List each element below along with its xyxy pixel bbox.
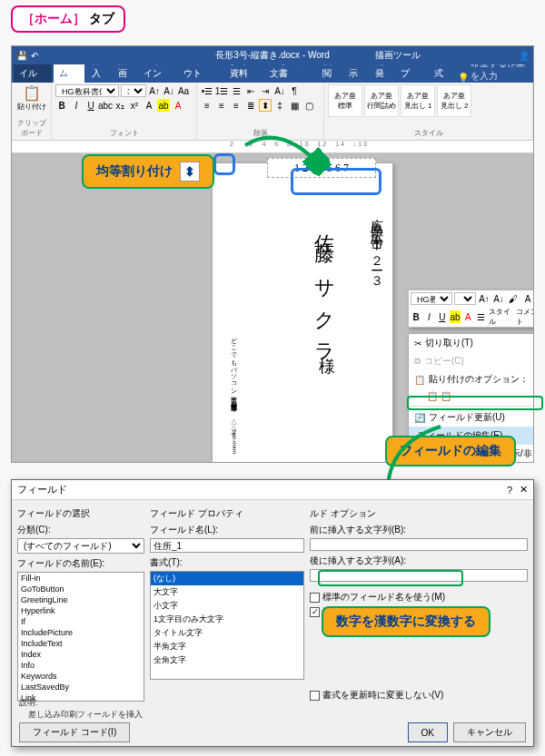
ok-button[interactable]: OK: [408, 722, 448, 742]
paste-icon[interactable]: 📋: [15, 84, 47, 102]
mini-shrink-icon[interactable]: A↓: [492, 292, 505, 305]
after-input[interactable]: [310, 569, 528, 582]
chkbox-standard[interactable]: [310, 593, 320, 603]
group-styles: あア亜標準 あア亜行間詰め あア亜見出し 1 あア亜見出し 2 スタイル: [324, 83, 533, 140]
underline-icon[interactable]: U: [84, 99, 97, 112]
align-right-icon[interactable]: ≡: [230, 99, 243, 112]
mini-styles-icon[interactable]: A: [521, 292, 533, 305]
multilevel-icon[interactable]: ☰: [230, 84, 243, 97]
field-item[interactable]: IncludePicture: [18, 627, 144, 638]
shading-icon[interactable]: ▦: [288, 99, 301, 112]
before-input[interactable]: [310, 538, 528, 551]
format-item[interactable]: タイトル文字: [151, 626, 303, 640]
mini-styles-label[interactable]: スタイル: [489, 307, 514, 327]
desc-heading: 説明:: [19, 697, 143, 709]
justify-icon[interactable]: ≣: [244, 99, 257, 112]
strike-icon[interactable]: abc: [99, 99, 112, 112]
chk-noupdate[interactable]: 書式を更新時に変更しない(V): [310, 689, 528, 702]
chk-standard[interactable]: 標準のフィールド名を使う(M): [310, 591, 528, 604]
mini-fontcolor-icon[interactable]: A: [462, 310, 473, 323]
format-item[interactable]: (なし): [151, 572, 303, 585]
mini-highlight-icon[interactable]: ab: [450, 310, 461, 323]
field-item[interactable]: Info: [18, 660, 144, 671]
dec-indent-icon[interactable]: ⇤: [244, 84, 257, 97]
font-name-select[interactable]: HG教科書体: [55, 84, 119, 97]
show-marks-icon[interactable]: ¶: [288, 84, 301, 97]
recipient-address: 広島県広島市１２ー３: [370, 209, 383, 283]
format-item[interactable]: 全角文字: [151, 653, 303, 667]
field-listbox[interactable]: Fill-inGoToButtonGreetingLineHyperlinkIf…: [17, 572, 144, 702]
style-nospacing[interactable]: あア亜行間詰め: [364, 84, 399, 117]
bracket-l: ［: [22, 11, 35, 25]
mini-comment-label[interactable]: コメント: [516, 307, 533, 327]
format-listbox[interactable]: (なし)大文字小文字1文字目のみ大文字タイトル文字半角文字全角文字: [150, 571, 304, 680]
ctx-cut[interactable]: ✂切り取り(T): [409, 334, 533, 352]
mini-underline-icon[interactable]: U: [437, 310, 448, 323]
format-item[interactable]: 半角文字: [151, 640, 303, 653]
bullets-icon[interactable]: •☰: [201, 84, 213, 97]
mini-grow-icon[interactable]: A↑: [478, 292, 490, 305]
shrink-font-icon[interactable]: A↓: [163, 84, 175, 97]
clear-format-icon[interactable]: Aa: [177, 84, 190, 97]
callout-distribute: 均等割り付け ⬍: [82, 154, 214, 189]
numbering-icon[interactable]: 1☰: [215, 84, 228, 97]
align-center-icon[interactable]: ≡: [215, 99, 228, 112]
field-item[interactable]: GreetingLine: [18, 594, 144, 605]
grow-font-icon[interactable]: A↑: [148, 84, 161, 97]
mini-bullets-icon[interactable]: ☰: [475, 310, 486, 323]
field-item[interactable]: GoToButton: [18, 584, 144, 594]
field-item[interactable]: IncludeText: [18, 638, 144, 649]
chkbox-kanji[interactable]: ✓: [310, 607, 320, 617]
ctx-update-field[interactable]: 🔄フィールド更新(U): [409, 408, 533, 427]
distribute-icon[interactable]: ⬍: [259, 99, 272, 112]
mini-bold-icon[interactable]: B: [411, 310, 421, 323]
field-item[interactable]: Index: [18, 649, 144, 660]
postcode-boxes: 1 2 3 4 5 6 7: [267, 158, 376, 178]
field-item[interactable]: Hyperlink: [18, 605, 144, 616]
user-icon[interactable]: 👤: [519, 51, 530, 61]
sub-icon[interactable]: x₂: [114, 99, 126, 112]
italic-icon[interactable]: I: [70, 99, 83, 112]
font-size-select[interactable]: 36: [121, 84, 146, 97]
format-item[interactable]: 1文字目のみ大文字: [151, 613, 303, 626]
lbl-options: ルド オプション: [310, 507, 528, 520]
style-h1[interactable]: あア亜見出し 1: [401, 84, 435, 117]
chkbox-noupdate[interactable]: [310, 691, 320, 701]
field-item[interactable]: If: [18, 616, 144, 627]
field-item[interactable]: LastSavedBy: [18, 682, 144, 692]
format-item[interactable]: 大文字: [151, 585, 303, 599]
titlebar: 💾 ↶ 長形3号-縦書き.docx - Word 描画ツール 👤: [12, 46, 533, 64]
qat-undo-icon[interactable]: ↶: [28, 49, 41, 62]
format-item[interactable]: 小文字: [151, 599, 303, 613]
paste-label[interactable]: 貼り付け: [15, 102, 47, 112]
line-spacing-icon[interactable]: ‡: [273, 99, 286, 112]
field-codes-button[interactable]: フィールド コード(I): [19, 722, 130, 742]
highlight-icon[interactable]: ab: [157, 99, 170, 112]
inc-indent-icon[interactable]: ⇥: [259, 84, 272, 97]
sup-icon[interactable]: x²: [128, 99, 141, 112]
field-item[interactable]: Fill-in: [18, 573, 144, 584]
style-normal[interactable]: あア亜標準: [328, 84, 362, 117]
mini-italic-icon[interactable]: I: [423, 310, 434, 323]
align-left-icon[interactable]: ≡: [201, 99, 213, 112]
category-select[interactable]: (すべてのフィールド): [17, 538, 144, 554]
cancel-button[interactable]: キャンセル: [453, 722, 526, 742]
text-effects-icon[interactable]: A: [143, 99, 155, 112]
dlg-col-props: フィールド プロパティ フィールド名(L): 住所_1 書式(T): (なし)大…: [150, 506, 304, 702]
style-h2[interactable]: あア亜見出し 2: [437, 84, 471, 117]
mini-font[interactable]: HG教科書: [411, 292, 452, 305]
document-area[interactable]: 1 2 3 4 5 6 7 広島県広島市１２ー３ 佐藤 サクラ 様 どこでもパソ…: [12, 153, 533, 462]
borders-icon[interactable]: ▢: [302, 99, 315, 112]
dialog-close-icon[interactable]: ✕: [520, 484, 528, 496]
field-item[interactable]: Keywords: [18, 671, 144, 682]
dialog-help-icon[interactable]: ?: [507, 485, 512, 496]
fieldname-value[interactable]: 住所_1: [150, 538, 304, 553]
mini-format-painter-icon[interactable]: 🖌: [507, 292, 520, 305]
sort-icon[interactable]: A↓: [273, 84, 286, 97]
mini-size[interactable]: 36: [454, 292, 476, 305]
bold-icon[interactable]: B: [55, 99, 68, 112]
font-color-icon[interactable]: A: [172, 99, 184, 112]
mini-toolbar[interactable]: HG教科書 36 A↑ A↓ 🖌 A B I U ab A ☰ スタイル コメン…: [408, 290, 533, 328]
ctx-paste-icons[interactable]: 📋 📋: [409, 388, 533, 404]
qat-save-icon[interactable]: 💾: [15, 49, 28, 62]
